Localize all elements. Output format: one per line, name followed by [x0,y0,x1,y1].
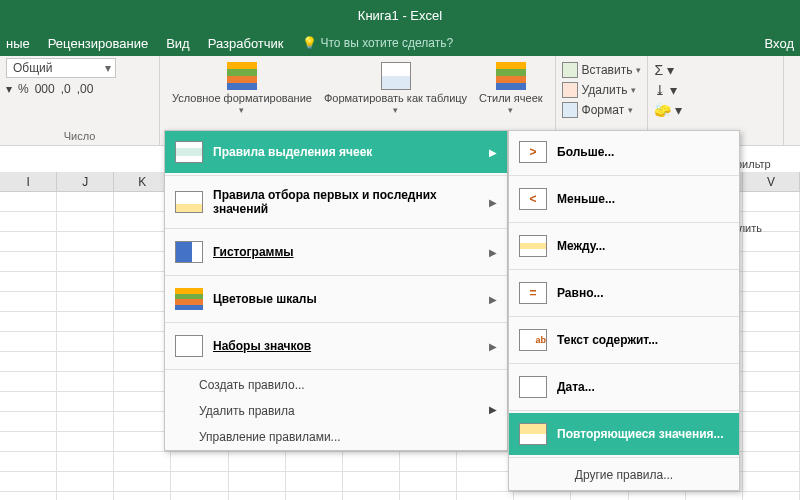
rule-between[interactable]: Между... [509,225,739,267]
cell[interactable] [57,432,114,451]
cell[interactable] [743,292,800,311]
cell[interactable] [743,312,800,331]
column-header[interactable]: I [0,172,57,191]
cell[interactable] [57,352,114,371]
cell[interactable] [57,472,114,491]
cell[interactable] [400,492,457,500]
rule-less-than[interactable]: < Меньше... [509,178,739,220]
menu-new-rule[interactable]: Создать правило... [165,372,507,398]
cell[interactable] [743,192,800,211]
comma-button[interactable]: 000 [35,82,55,96]
menu-icon-sets[interactable]: Наборы значков ▶ [165,325,507,367]
cell[interactable] [743,372,800,391]
cell[interactable] [57,312,114,331]
cell[interactable] [0,472,57,491]
cell[interactable] [457,492,514,500]
cell[interactable] [0,392,57,411]
menu-top-bottom-rules[interactable]: Правила отбора первых и последних значен… [165,178,507,226]
cell[interactable] [114,292,171,311]
column-header[interactable]: K [114,172,171,191]
cell[interactable] [743,212,800,231]
cell[interactable] [171,492,228,500]
cell[interactable] [57,272,114,291]
cell[interactable] [0,432,57,451]
menu-highlight-rules[interactable]: Правила выделения ячеек ▶ [165,131,507,173]
currency-button[interactable]: ▾ [6,82,12,96]
cell[interactable] [114,332,171,351]
insert-cells-button[interactable]: Вставить▾ [562,62,642,78]
cell[interactable] [0,232,57,251]
cell[interactable] [114,192,171,211]
cell[interactable] [743,412,800,431]
cell[interactable] [114,272,171,291]
conditional-formatting-button[interactable]: Условное форматирование ▾ [166,58,318,116]
cell[interactable] [114,432,171,451]
tell-me[interactable]: 💡 Что вы хотите сделать? [302,36,454,50]
cell[interactable] [0,412,57,431]
cell[interactable] [400,472,457,491]
cell[interactable] [743,352,800,371]
number-format-combo[interactable]: Общий [6,58,116,78]
cell[interactable] [0,292,57,311]
cell[interactable] [57,332,114,351]
percent-button[interactable]: % [18,82,29,96]
cell[interactable] [114,472,171,491]
rule-duplicate-values[interactable]: Повторяющиеся значения... [509,413,739,455]
menu-color-scales[interactable]: Цветовые шкалы ▶ [165,278,507,320]
cell[interactable] [743,492,800,500]
rule-equal-to[interactable]: = Равно... [509,272,739,314]
cell[interactable] [343,452,400,471]
column-header[interactable]: V [743,172,800,191]
cell[interactable] [686,492,743,500]
rule-greater-than[interactable]: > Больше... [509,131,739,173]
cell[interactable] [0,312,57,331]
menu-manage-rules[interactable]: Управление правилами... [165,424,507,450]
cell[interactable] [457,452,514,471]
cell[interactable] [0,452,57,471]
cell[interactable] [400,452,457,471]
cell[interactable] [57,252,114,271]
cell[interactable] [57,392,114,411]
cell[interactable] [743,432,800,451]
cell[interactable] [286,472,343,491]
cell[interactable] [743,472,800,491]
autosum-button[interactable]: Σ ▾ [654,62,776,78]
column-header[interactable]: J [57,172,114,191]
rule-date-occurring[interactable]: Дата... [509,366,739,408]
tab-view[interactable]: Вид [166,36,190,51]
cell[interactable] [0,372,57,391]
cell[interactable] [0,352,57,371]
menu-data-bars[interactable]: Гистограммы ▶ [165,231,507,273]
cell[interactable] [0,492,57,500]
format-cells-button[interactable]: Формат▾ [562,102,642,118]
cell[interactable] [0,272,57,291]
cell[interactable] [114,352,171,371]
increase-decimal-button[interactable]: ,0 [61,82,71,96]
decrease-decimal-button[interactable]: ,00 [77,82,94,96]
cell[interactable] [114,372,171,391]
cell[interactable] [343,472,400,491]
cell[interactable] [171,472,228,491]
cell[interactable] [114,392,171,411]
menu-clear-rules[interactable]: Удалить правила▶ [165,398,507,424]
cell[interactable] [571,492,628,500]
rule-text-contains[interactable]: ab Текст содержит... [509,319,739,361]
cell[interactable] [0,332,57,351]
cell[interactable] [57,292,114,311]
cell[interactable] [229,472,286,491]
cell[interactable] [457,472,514,491]
cell[interactable] [743,332,800,351]
cell[interactable] [743,252,800,271]
tab-data[interactable]: ные [6,36,30,51]
cell[interactable] [229,452,286,471]
format-as-table-button[interactable]: Форматировать как таблицу ▾ [318,58,473,116]
cell[interactable] [57,372,114,391]
cell[interactable] [286,492,343,500]
cell[interactable] [514,492,571,500]
cell[interactable] [743,232,800,251]
clear-button[interactable]: 🧽 ▾ [654,102,776,118]
cell[interactable] [57,492,114,500]
cell[interactable] [0,212,57,231]
delete-cells-button[interactable]: Удалить▾ [562,82,642,98]
cell[interactable] [629,492,686,500]
